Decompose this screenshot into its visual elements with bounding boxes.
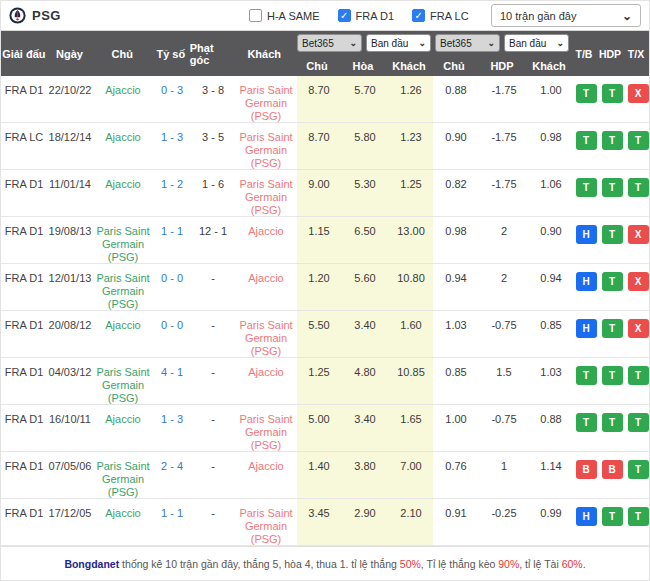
hdp-line: -1.75	[479, 170, 529, 216]
hdp-line: -0.25	[479, 499, 529, 545]
hdp-away: 0.88	[529, 405, 573, 451]
score-link[interactable]: 0 - 0	[153, 311, 191, 357]
result-badge-hdp: T	[599, 170, 625, 216]
odd-away: 10.85	[389, 358, 433, 404]
odd-away: 2.10	[389, 499, 433, 545]
result-badge-tb: T	[573, 405, 599, 451]
score-link[interactable]: 0 - 0	[153, 264, 191, 310]
corners-cell: -	[191, 264, 235, 310]
result-badge-tb: T	[573, 76, 599, 122]
hdp-home: 0.98	[433, 217, 479, 263]
score-link[interactable]: 4 - 1	[153, 358, 191, 404]
hdp-away: 0.99	[529, 499, 573, 545]
hdp-away: 1.03	[529, 358, 573, 404]
checkbox-icon[interactable]: ✓	[338, 9, 351, 22]
result-badge-hdp: T	[599, 217, 625, 263]
h2h-stats-panel: PSG H-A SAME ✓ FRA D1 ✓ FRA LC 10 trận g…	[0, 0, 650, 581]
corners-cell: -	[191, 452, 235, 498]
footer-text: thống kê 10 trận gần đây, thắng 5, hòa 4…	[119, 558, 400, 570]
result-badge-tb: B	[573, 452, 599, 498]
checkbox-icon[interactable]: ✓	[412, 9, 425, 22]
hdp-away: 1.06	[529, 170, 573, 216]
away-team: Paris Saint Germain (PSG)	[235, 405, 297, 451]
hdp-line: 1.5	[479, 358, 529, 404]
odds-sublabels: Chủ Hòa Khách Chủ HDP Khách	[295, 60, 571, 72]
odd-away: 1.60	[389, 311, 433, 357]
hdp-line: 2	[479, 264, 529, 310]
away-team: Ajaccio	[235, 452, 297, 498]
hdp-home: 0.94	[433, 264, 479, 310]
result-badge-hdp: T	[599, 499, 625, 545]
hdp-line: -0.75	[479, 311, 529, 357]
odd-away: 1.25	[389, 170, 433, 216]
hdp-home: 0.90	[433, 123, 479, 169]
hdp-away: 1.14	[529, 452, 573, 498]
stage-value: Ban đầu	[509, 38, 546, 49]
hdp-home: 0.82	[433, 170, 479, 216]
corners-cell: -	[191, 358, 235, 404]
match-rows: FRA D1 22/10/22 Ajaccio 0 - 3 3 - 8 Pari…	[1, 76, 649, 546]
stage-select-hdp[interactable]: Ban đầu ⌄	[504, 34, 569, 52]
date-cell: 22/10/22	[47, 76, 93, 122]
chevron-down-icon: ⌄	[487, 38, 495, 48]
odd-draw: 5.70	[341, 76, 389, 122]
away-team: Paris Saint Germain (PSG)	[235, 170, 297, 216]
corners-cell: -	[191, 499, 235, 545]
hdp-badge: B	[602, 460, 623, 479]
bookmaker-select-hdp[interactable]: Bet365 ⌄	[435, 34, 500, 52]
tx-badge: T	[628, 178, 649, 197]
hdp-badge: T	[602, 272, 623, 291]
match-row: FRA D1 16/10/11 Ajaccio 1 - 3 - Paris Sa…	[1, 405, 649, 452]
corners-cell: 12 - 1	[191, 217, 235, 263]
tb-badge: T	[576, 131, 597, 150]
sub-col-home-odd: Chủ	[295, 60, 339, 72]
result-badge-tb: H	[573, 264, 599, 310]
score-link[interactable]: 0 - 3	[153, 76, 191, 122]
col-date: Ngày	[47, 31, 93, 76]
home-team: Paris Saint Germain (PSG)	[93, 452, 153, 498]
league-cell: FRA D1	[1, 76, 47, 122]
checkbox-fra-lc[interactable]: ✓ FRA LC	[412, 9, 469, 22]
checkbox-ha-same[interactable]: H-A SAME	[249, 9, 320, 22]
bookmaker-select-1x2[interactable]: Bet365 ⌄	[297, 34, 362, 52]
hdp-badge: T	[602, 84, 623, 103]
result-badge-tx: X	[625, 264, 650, 310]
sub-col-home-hdp: Chủ	[431, 60, 477, 72]
match-row: FRA D1 04/03/12 Paris Saint Germain (PSG…	[1, 358, 649, 405]
checkbox-icon[interactable]	[249, 9, 262, 22]
tb-badge: H	[576, 225, 597, 244]
away-team: Paris Saint Germain (PSG)	[235, 76, 297, 122]
score-link[interactable]: 1 - 2	[153, 170, 191, 216]
result-badge-tx: X	[625, 311, 650, 357]
match-range-select[interactable]: 10 trận gần đây ⌄	[491, 4, 641, 27]
hdp-away: 0.94	[529, 264, 573, 310]
tb-badge: T	[576, 178, 597, 197]
league-cell: FRA LC	[1, 123, 47, 169]
score-link[interactable]: 1 - 3	[153, 123, 191, 169]
league-cell: FRA D1	[1, 264, 47, 310]
date-cell: 12/01/13	[47, 264, 93, 310]
handicap-win-rate: 90%	[498, 558, 519, 570]
chevron-down-icon: ⌄	[349, 38, 357, 48]
result-badge-tx: T	[625, 123, 650, 169]
score-link[interactable]: 2 - 4	[153, 452, 191, 498]
stage-select-1x2[interactable]: Ban đầu ⌄	[366, 34, 431, 52]
top-bar: PSG H-A SAME ✓ FRA D1 ✓ FRA LC 10 trận g…	[1, 1, 649, 31]
score-link[interactable]: 1 - 1	[153, 499, 191, 545]
away-team: Paris Saint Germain (PSG)	[235, 311, 297, 357]
score-link[interactable]: 1 - 1	[153, 217, 191, 263]
odd-away: 1.65	[389, 405, 433, 451]
checkbox-fra-d1[interactable]: ✓ FRA D1	[338, 9, 395, 22]
sub-col-away-odd: Khách	[387, 60, 431, 72]
away-team: Paris Saint Germain (PSG)	[235, 499, 297, 545]
corners-cell: 3 - 8	[191, 76, 235, 122]
chevron-down-icon: ⌄	[622, 9, 632, 23]
chevron-down-icon: ⌄	[556, 38, 564, 48]
match-row: FRA D1 12/01/13 Paris Saint Germain (PSG…	[1, 264, 649, 311]
odd-away: 1.26	[389, 76, 433, 122]
score-link[interactable]: 1 - 3	[153, 405, 191, 451]
tb-badge: T	[576, 413, 597, 432]
odd-home: 8.70	[297, 76, 341, 122]
hdp-home: 0.76	[433, 452, 479, 498]
col-tx: T/X	[623, 48, 649, 60]
